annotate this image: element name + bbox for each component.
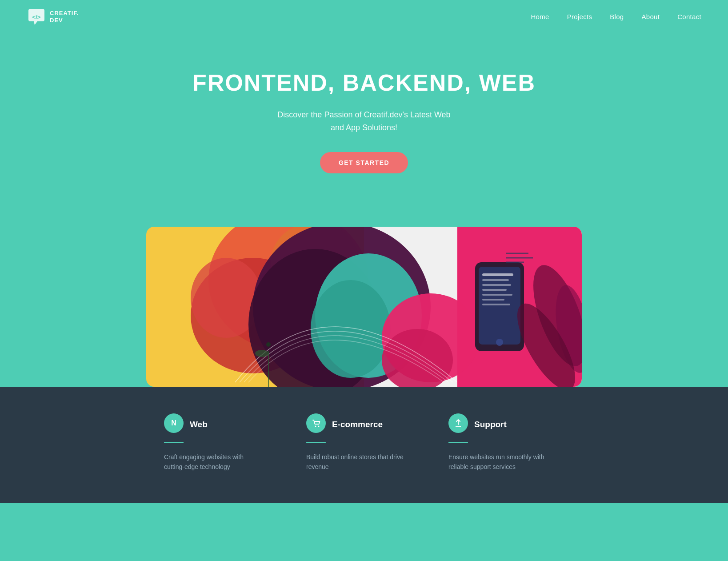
svg-point-40 [255, 350, 268, 357]
svg-rect-17 [482, 279, 509, 281]
svg-rect-21 [482, 299, 504, 301]
service-support-desc: Ensure websites run smoothly with reliab… [448, 452, 546, 472]
svg-rect-20 [482, 294, 512, 296]
nav-home[interactable]: Home [531, 13, 549, 20]
nav-blog[interactable]: Blog [610, 13, 624, 20]
logo-text: CREATIF. DEV [50, 10, 79, 24]
illustration-section [0, 200, 728, 387]
svg-text:</>: </> [32, 14, 41, 20]
service-ecommerce-title: E-commerce [332, 420, 383, 429]
service-web-desc: Craft engaging websites with cutting-edg… [164, 452, 262, 472]
svg-point-23 [496, 339, 503, 346]
svg-point-44 [318, 425, 320, 427]
svg-point-11 [311, 280, 391, 378]
service-ecommerce: E-commerce Build robust online stores th… [306, 413, 422, 472]
service-support-header: Support [448, 413, 564, 436]
hero-subtext: Discover the Passion of Creatif.dev's La… [271, 108, 457, 134]
nav-about[interactable]: About [642, 13, 660, 20]
service-web-title: Web [190, 420, 208, 429]
web-icon: N [164, 413, 184, 433]
service-ecommerce-header: E-commerce [306, 413, 422, 436]
svg-rect-16 [482, 273, 513, 276]
svg-rect-19 [482, 289, 507, 291]
nav-links: Home Projects Blog About Contact [531, 13, 701, 21]
support-underline [448, 442, 468, 443]
hero-section: FRONTEND, BACKEND, WEB Discover the Pass… [0, 34, 728, 200]
services-row: N Web Craft engaging websites with cutti… [164, 413, 564, 472]
services-section: N Web Craft engaging websites with cutti… [0, 387, 728, 503]
svg-rect-18 [482, 284, 511, 286]
svg-point-41 [266, 342, 271, 347]
nav-projects[interactable]: Projects [567, 13, 592, 20]
service-web: N Web Craft engaging websites with cutti… [164, 413, 280, 472]
hero-headline: FRONTEND, BACKEND, WEB [9, 69, 719, 96]
service-web-header: N Web [164, 413, 280, 436]
logo[interactable]: </> CREATIF. DEV [27, 7, 79, 27]
service-ecommerce-desc: Build robust online stores that drive re… [306, 452, 404, 472]
svg-rect-22 [482, 304, 510, 305]
web-underline [164, 442, 184, 443]
get-started-button[interactable]: GET STARTED [320, 152, 408, 173]
svg-rect-15 [479, 267, 520, 345]
service-support-title: Support [474, 420, 507, 429]
support-icon [448, 413, 468, 433]
service-support: Support Ensure websites run smoothly wit… [448, 413, 564, 472]
ecommerce-icon [306, 413, 326, 433]
logo-icon: </> [27, 7, 46, 27]
navbar: </> CREATIF. DEV Home Projects Blog Abou… [0, 0, 728, 34]
svg-point-43 [315, 425, 316, 427]
nav-contact[interactable]: Contact [677, 13, 701, 20]
ecommerce-underline [306, 442, 326, 443]
illustration-card [146, 227, 582, 387]
